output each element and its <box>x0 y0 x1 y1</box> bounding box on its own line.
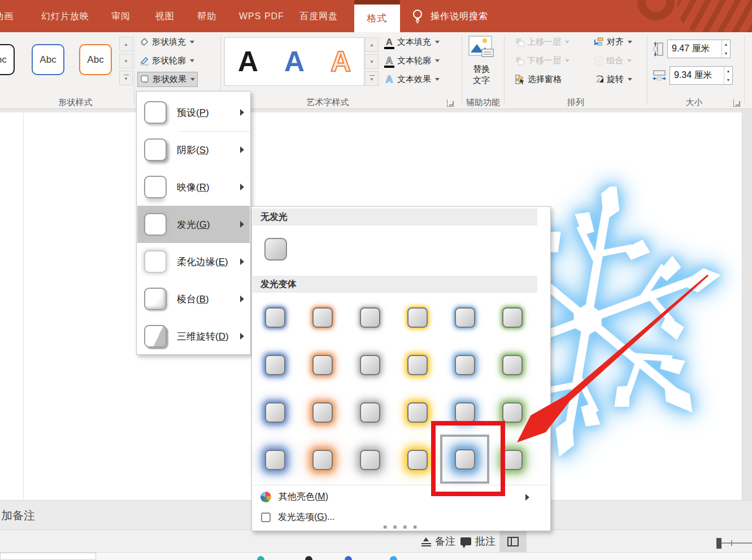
wordart-style-3[interactable]: A <box>331 47 351 76</box>
glow-variant-blue-2[interactable] <box>265 355 285 375</box>
submenu-arrow-icon <box>240 221 244 228</box>
alt-text-icon <box>468 36 494 59</box>
submenu-arrow-icon <box>240 109 244 116</box>
taskbar-icon-sliver <box>257 556 264 560</box>
glow-variant-light-blue-3[interactable] <box>455 402 475 423</box>
wordart-style-1[interactable]: A <box>238 47 258 76</box>
shape-style-3[interactable]: Abc <box>79 44 112 75</box>
alt-text-button[interactable]: 替换文字 <box>463 36 499 92</box>
zoom-slider-center-tick <box>731 540 732 546</box>
glow-variant-orange-3[interactable] <box>312 402 333 423</box>
menu-item-3d-rotation[interactable]: 三维旋转(D) <box>137 318 250 355</box>
glow-variant-blue-1[interactable] <box>265 307 285 328</box>
text-fill-button[interactable]: A 文本填充 <box>382 34 442 50</box>
group-label-arrange: 排列 <box>505 97 647 108</box>
height-icon <box>653 42 664 57</box>
shape-style-2[interactable]: Abc <box>32 44 64 75</box>
shape-width-field[interactable]: ▲▼ <box>670 66 733 85</box>
taskbar-icon-sliver <box>345 556 352 560</box>
zoom-slider-thumb[interactable] <box>716 538 721 549</box>
bring-forward-icon <box>515 38 524 47</box>
shape-fill-button[interactable]: 形状填充 <box>137 34 197 50</box>
group-label-accessibility: 辅助功能 <box>462 97 504 108</box>
gallery-down-button[interactable]: ▾ <box>119 54 133 68</box>
width-decrement[interactable]: ▼ <box>724 76 732 85</box>
wordart-down-button[interactable]: ▾ <box>365 54 379 69</box>
send-backward-icon <box>515 57 524 66</box>
tab-view[interactable]: 视图 <box>155 0 175 32</box>
glow-variant-yellow-1[interactable] <box>407 307 428 328</box>
tab-format-active[interactable]: 格式 <box>354 5 400 32</box>
group-button: 组合 <box>592 53 634 68</box>
submenu-resize-grip[interactable]: ■ ■ ■ ■ <box>252 523 550 530</box>
shadow-thumbnail-icon <box>144 138 167 161</box>
glow-variant-gray-1[interactable] <box>360 307 380 328</box>
tab-help[interactable]: 帮助 <box>197 0 216 32</box>
glow-variant-orange-2[interactable] <box>312 355 333 375</box>
glow-variant-orange-4[interactable] <box>312 450 333 470</box>
wordart-more-button[interactable]: ▾ <box>365 71 379 86</box>
group-label-size: 大小 <box>647 97 741 108</box>
rotate-button[interactable]: 旋转 <box>592 72 634 87</box>
shape-height-input[interactable] <box>668 40 721 58</box>
menu-item-shadow[interactable]: 阴影(S) <box>137 131 250 168</box>
tell-me-search[interactable]: 操作说明搜索 <box>431 0 488 32</box>
zoom-slider-track[interactable] <box>721 542 752 544</box>
text-outline-button[interactable]: A 文本轮廓 <box>382 53 442 68</box>
shape-style-1[interactable]: Abc <box>0 44 15 75</box>
text-effects-button[interactable]: A 文本效果 <box>382 72 442 87</box>
size-dialog-launcher[interactable] <box>733 99 741 107</box>
glow-variant-yellow-4[interactable] <box>407 450 428 470</box>
text-outline-icon: A <box>384 56 394 66</box>
glow-variant-gray-4[interactable] <box>360 450 380 470</box>
rotate-icon <box>594 75 604 84</box>
tab-review[interactable]: 审阅 <box>111 0 131 32</box>
shape-effects-button[interactable]: 形状效果 <box>137 72 198 87</box>
shape-height-field[interactable]: ▲▼ <box>667 40 731 58</box>
submenu-arrow-icon <box>240 146 244 153</box>
gallery-more-button[interactable]: ▾ <box>119 71 133 85</box>
pencil-icon <box>140 56 149 66</box>
glow-variant-gray-2[interactable] <box>360 355 380 375</box>
glow-options-icon <box>261 513 271 522</box>
menu-item-soft-edges[interactable]: 柔化边缘(E) <box>137 243 250 280</box>
glow-variant-orange-1[interactable] <box>312 307 333 328</box>
tab-animation[interactable]: 动画 <box>0 0 14 32</box>
glow-variant-yellow-3[interactable] <box>407 402 428 423</box>
menu-item-reflection[interactable]: 映像(R) <box>137 168 250 206</box>
selection-pane-icon <box>515 75 525 84</box>
no-glow-swatch[interactable] <box>264 238 287 261</box>
comments-toggle-button[interactable]: 批注 <box>460 530 495 553</box>
wordart-dialog-launcher[interactable] <box>447 99 454 107</box>
taskbar-icon-sliver <box>390 556 397 560</box>
normal-view-icon <box>507 537 519 546</box>
glow-variant-blue-4[interactable] <box>265 450 285 470</box>
taskbar-icon-sliver <box>305 556 312 560</box>
height-decrement[interactable]: ▼ <box>722 49 730 58</box>
tab-slideshow[interactable]: 幻灯片放映 <box>41 0 89 32</box>
tab-baidu-netdisk[interactable]: 百度网盘 <box>299 0 338 32</box>
shape-outline-button[interactable]: 形状轮廓 <box>137 53 197 68</box>
menu-item-preset[interactable]: 预设(P) <box>137 94 250 131</box>
tab-wps-pdf[interactable]: WPS PDF <box>239 0 284 32</box>
align-button[interactable]: 对齐 <box>592 34 634 50</box>
ribbon-tab-bar: 动画 幻灯片放映 审阅 视图 帮助 WPS PDF 百度网盘 格式 操作说明搜索 <box>0 0 752 32</box>
shape-width-input[interactable] <box>670 67 724 84</box>
height-increment[interactable]: ▲ <box>722 40 730 49</box>
paint-bucket-icon <box>140 37 149 47</box>
glow-variant-gray-3[interactable] <box>360 402 380 423</box>
width-increment[interactable]: ▲ <box>724 67 732 76</box>
menu-item-glow[interactable]: 发光(G) <box>137 206 250 243</box>
wordart-style-2[interactable]: A <box>284 47 305 76</box>
glow-variant-yellow-2[interactable] <box>407 355 428 375</box>
glow-variant-light-blue-1[interactable] <box>455 307 475 328</box>
glow-variant-green-4[interactable] <box>502 450 523 470</box>
wordart-up-button[interactable]: ▴ <box>365 37 379 52</box>
normal-view-button[interactable] <box>499 531 527 552</box>
gallery-up-button[interactable]: ▴ <box>119 37 133 51</box>
selection-pane-button[interactable]: 选择窗格 <box>513 72 564 87</box>
glow-variant-light-blue-2[interactable] <box>455 355 475 375</box>
notes-toggle-button[interactable]: 备注 <box>421 530 455 553</box>
glow-variant-blue-3[interactable] <box>265 402 285 423</box>
menu-item-bevel[interactable]: 棱台(B) <box>137 280 250 318</box>
